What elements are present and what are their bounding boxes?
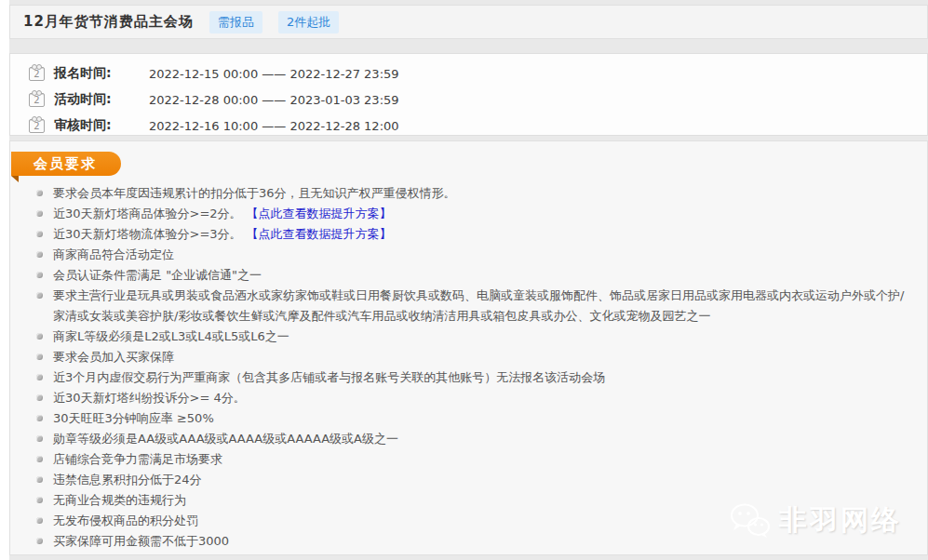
requirement-text: 会员认证条件需满足 "企业诚信通"之一 bbox=[53, 268, 262, 282]
section-ribbon: 会员要求 bbox=[11, 152, 121, 176]
schedule-label: 审核时间: bbox=[54, 117, 123, 134]
main-content: 12月年货节消费品主会场 需报品 2件起批 2报名时间:2022-12-15 0… bbox=[9, 0, 928, 560]
section-title: 会员要求 bbox=[34, 155, 97, 172]
requirement-item: 会员认证条件需满足 "企业诚信通"之一 bbox=[36, 265, 908, 286]
requirement-item: 勋章等级必须是AA级或AAA级或AAAA级或AAAAA级或A级之一 bbox=[36, 429, 908, 449]
requirement-text: 近30天新灯塔纠纷投诉分>= 4分。 bbox=[53, 391, 246, 405]
badge-need-report: 需报品 bbox=[209, 11, 262, 33]
requirement-item: 30天旺旺3分钟响应率 ≥50% bbox=[36, 408, 908, 429]
requirement-text: 商家商品符合活动定位 bbox=[53, 247, 174, 261]
requirement-item: 要求主营行业是玩具或男装或食品酒水或家纺家饰或鞋或日用餐厨饮具或数码、电脑或童装… bbox=[36, 286, 908, 327]
schedule-row: 2报名时间:2022-12-15 00:00 —— 2022-12-27 23:… bbox=[29, 60, 927, 87]
requirement-text: 近3个月内虚假交易行为严重商家（包含其多店铺或者与报名账号关联的其他账号）无法报… bbox=[53, 370, 605, 384]
calendar-icon: 2 bbox=[29, 93, 45, 107]
requirement-item: 店铺综合竞争力需满足市场要求 bbox=[36, 449, 908, 470]
requirement-item: 无商业合规类的违规行为 bbox=[36, 490, 908, 511]
requirement-item: 买家保障可用金额需不低于3000 bbox=[36, 531, 908, 552]
page-title: 12月年货节消费品主会场 bbox=[23, 13, 194, 31]
requirements-list: 要求会员本年度因违规累计的扣分低于36分，且无知识产权严重侵权情形。近30天新灯… bbox=[36, 183, 927, 552]
schedule-panel: 2报名时间:2022-12-15 00:00 —— 2022-12-27 23:… bbox=[9, 53, 928, 136]
schedule-rows: 2报名时间:2022-12-15 00:00 —— 2022-12-27 23:… bbox=[29, 60, 927, 139]
requirement-item: 近30天新灯塔纠纷投诉分>= 4分。 bbox=[36, 388, 908, 408]
requirement-item: 无发布侵权商品的积分处罚 bbox=[36, 511, 908, 531]
data-improvement-link[interactable]: 【点此查看数据提升方案】 bbox=[247, 227, 392, 241]
schedule-value: 2022-12-15 00:00 —— 2022-12-27 23:59 bbox=[149, 67, 399, 81]
requirements-panel: 会员要求 要求会员本年度因违规累计的扣分低于36分，且无知识产权严重侵权情形。近… bbox=[9, 140, 928, 555]
requirement-item: 近3个月内虚假交易行为严重商家（包含其多店铺或者与报名账号关联的其他账号）无法报… bbox=[36, 367, 908, 388]
requirement-item: 商家商品符合活动定位 bbox=[36, 245, 908, 265]
schedule-row: 2活动时间:2022-12-28 00:00 —— 2023-01-03 23:… bbox=[29, 87, 927, 113]
requirement-item: 违禁信息累积扣分低于24分 bbox=[36, 470, 908, 490]
ribbon-fold-icon bbox=[11, 176, 19, 182]
requirement-text: 要求会员加入买家保障 bbox=[53, 350, 174, 364]
requirement-item: 近30天新灯塔物流体验分>=3分。【点此查看数据提升方案】 bbox=[36, 224, 908, 245]
requirement-text: 无商业合规类的违规行为 bbox=[53, 493, 186, 507]
requirement-text: 买家保障可用金额需不低于3000 bbox=[53, 534, 229, 548]
schedule-value: 2022-12-28 00:00 —— 2023-01-03 23:59 bbox=[149, 93, 399, 107]
schedule-label: 报名时间: bbox=[54, 65, 123, 82]
requirement-text: 商家L等级必须是L2或L3或L4或L5或L6之一 bbox=[53, 329, 289, 343]
requirement-text: 店铺综合竞争力需满足市场要求 bbox=[53, 452, 222, 466]
requirement-text: 近30天新灯塔物流体验分>=3分。 bbox=[53, 227, 242, 241]
requirement-text: 违禁信息累积扣分低于24分 bbox=[53, 473, 202, 487]
data-improvement-link[interactable]: 【点此查看数据提升方案】 bbox=[247, 207, 392, 220]
requirement-text: 30天旺旺3分钟响应率 ≥50% bbox=[53, 411, 214, 425]
requirement-text: 要求会员本年度因违规累计的扣分低于36分，且无知识产权严重侵权情形。 bbox=[53, 186, 456, 200]
requirement-text: 勋章等级必须是AA级或AAA级或AAAA级或AAAAA级或A级之一 bbox=[53, 432, 398, 446]
requirement-item: 商家L等级必须是L2或L3或L4或L5或L6之一 bbox=[36, 327, 908, 347]
requirement-item: 近30天新灯塔商品体验分>=2分。【点此查看数据提升方案】 bbox=[36, 204, 908, 224]
requirement-item: 要求会员加入买家保障 bbox=[36, 347, 908, 367]
requirement-text: 无发布侵权商品的积分处罚 bbox=[53, 513, 198, 527]
badge-min-batch: 2件起批 bbox=[278, 11, 339, 33]
schedule-value: 2022-12-16 10:00 —— 2022-12-28 12:00 bbox=[149, 119, 399, 133]
requirement-text: 要求主营行业是玩具或男装或食品酒水或家纺家饰或鞋或日用餐厨饮具或数码、电脑或童装… bbox=[53, 288, 904, 323]
calendar-icon: 2 bbox=[29, 119, 45, 133]
requirement-item: 要求会员本年度因违规累计的扣分低于36分，且无知识产权严重侵权情形。 bbox=[36, 183, 908, 204]
schedule-label: 活动时间: bbox=[54, 91, 123, 108]
calendar-icon: 2 bbox=[29, 67, 45, 81]
header-bar: 12月年货节消费品主会场 需报品 2件起批 bbox=[9, 5, 928, 39]
schedule-row: 2审核时间:2022-12-16 10:00 —— 2022-12-28 12:… bbox=[29, 113, 927, 139]
requirement-text: 近30天新灯塔商品体验分>=2分。 bbox=[53, 207, 242, 220]
